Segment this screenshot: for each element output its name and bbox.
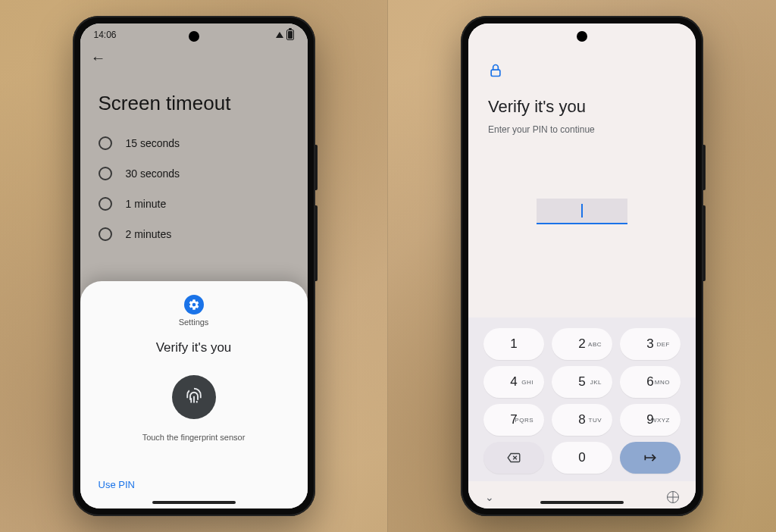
camera-punch-hole (189, 31, 199, 42)
status-time: 14:06 (94, 30, 117, 40)
phone-device-right: Verify it's you Enter your PIN to contin… (461, 16, 703, 516)
photo-left: 14:06 ← Screen timeout 15 seconds (0, 0, 388, 532)
timeout-option-1m[interactable]: 1 minute (99, 197, 289, 211)
option-label: 15 seconds (126, 137, 180, 149)
backspace-icon (506, 452, 521, 463)
timeout-option-2m[interactable]: 2 minutes (99, 227, 289, 241)
keypad-enter[interactable] (620, 442, 681, 474)
numeric-keypad: 1 2ABC 3DEF 4GHI 5JKL 6MNO 7PQRS 8TUV 9W… (468, 318, 696, 481)
settings-gear-icon (184, 295, 204, 315)
radio-icon (99, 136, 112, 150)
back-arrow-icon[interactable]: ← (91, 49, 106, 66)
keypad-2[interactable]: 2ABC (552, 328, 612, 360)
lock-icon (488, 61, 676, 83)
biometric-prompt-sheet: Settings Verify it's you Touch the finge… (80, 281, 308, 509)
keypad-5[interactable]: 5JKL (552, 366, 612, 398)
fingerprint-icon (183, 386, 205, 408)
sheet-title: Verify it's you (156, 340, 232, 355)
keypad-6[interactable]: 6MNO (620, 366, 681, 398)
collapse-keyboard-icon[interactable]: ⌄ (485, 491, 494, 503)
keypad-1[interactable]: 1 (483, 328, 544, 360)
sheet-app-label: Settings (179, 318, 209, 327)
timeout-option-15s[interactable]: 15 seconds (99, 136, 289, 150)
wifi-icon (276, 32, 283, 38)
phone-device-left: 14:06 ← Screen timeout 15 seconds (73, 16, 315, 516)
timeout-option-30s[interactable]: 30 seconds (99, 167, 289, 180)
enter-arrow-icon (643, 452, 658, 463)
keypad-7[interactable]: 7PQRS (483, 404, 544, 436)
battery-icon (286, 30, 294, 40)
page-title: Screen timeout (99, 92, 289, 115)
keypad-4[interactable]: 4GHI (483, 366, 544, 398)
pin-input[interactable] (537, 199, 627, 224)
keypad-8[interactable]: 8TUV (552, 404, 612, 436)
keyboard-bottom-bar: ⌄ (468, 486, 696, 509)
keypad-backspace[interactable] (483, 442, 544, 474)
svg-rect-0 (491, 70, 500, 76)
option-label: 1 minute (126, 198, 167, 210)
keypad-0[interactable]: 0 (552, 442, 612, 474)
language-switch-icon[interactable] (667, 491, 679, 503)
gesture-nav-bar[interactable] (540, 501, 624, 504)
radio-icon (99, 167, 112, 180)
keypad-3[interactable]: 3DEF (620, 328, 681, 360)
keypad-9[interactable]: 9WXYZ (620, 404, 681, 436)
gesture-nav-bar[interactable] (152, 501, 236, 504)
option-label: 2 minutes (126, 228, 172, 240)
text-cursor (581, 204, 583, 217)
radio-icon (99, 197, 112, 211)
fingerprint-button[interactable] (172, 375, 216, 419)
option-label: 30 seconds (126, 167, 180, 180)
use-pin-button[interactable]: Use PIN (95, 473, 138, 499)
camera-punch-hole (577, 31, 587, 42)
photo-right: Verify it's you Enter your PIN to contin… (388, 0, 776, 532)
sheet-hint: Touch the fingerprint sensor (142, 433, 246, 442)
radio-icon (99, 227, 112, 241)
